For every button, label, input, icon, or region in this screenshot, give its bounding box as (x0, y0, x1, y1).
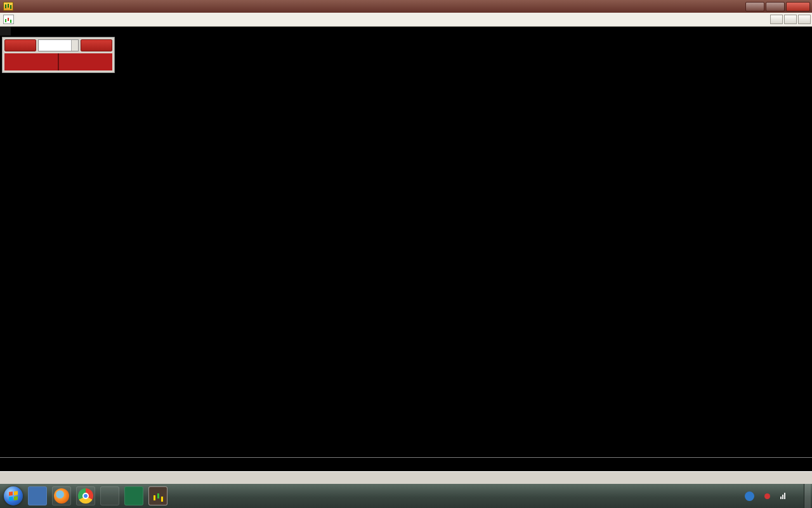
tray-alert-icon[interactable] (764, 493, 770, 499)
buy-button[interactable] (81, 39, 112, 51)
taskbar-firefox-icon[interactable] (52, 486, 71, 505)
time-axis[interactable] (0, 457, 812, 471)
taskbar-ie-icon[interactable] (100, 486, 119, 505)
chrome-glyph (78, 488, 93, 504)
metatrader-glyph (152, 491, 164, 501)
tray-network-icon[interactable] (780, 493, 786, 499)
volume-down-icon[interactable] (72, 46, 78, 51)
child-restore-button[interactable] (784, 15, 797, 24)
bid-price (4, 53, 58, 70)
chart-icon (3, 15, 14, 24)
menu-bar (0, 13, 812, 27)
symbol-tabs (0, 471, 812, 484)
taskbar-chrome-icon[interactable] (76, 486, 95, 505)
close-button[interactable] (786, 2, 810, 11)
windows-logo-icon (9, 491, 18, 500)
taskbar-metatrader-icon[interactable] (148, 486, 167, 505)
taskbar (0, 484, 812, 508)
chart-window (0, 27, 812, 471)
start-button[interactable] (4, 486, 23, 505)
volume-input[interactable] (39, 40, 71, 51)
one-click-trading-panel (2, 37, 115, 73)
title-bar (0, 0, 812, 13)
system-tray (740, 484, 812, 508)
taskbar-excel-icon[interactable] (124, 486, 143, 505)
ask-price (58, 53, 112, 70)
chart-symbol-header[interactable] (0, 27, 11, 36)
app-icon (3, 2, 13, 11)
sell-button[interactable] (4, 39, 36, 51)
minimize-button[interactable] (745, 2, 764, 11)
child-close-button[interactable] (798, 15, 811, 24)
show-desktop-button[interactable] (804, 484, 811, 508)
taskbar-help-icon[interactable] (28, 486, 47, 505)
volume-up-icon[interactable] (72, 40, 78, 46)
volume-box (38, 39, 79, 51)
metatrader-window (0, 0, 812, 508)
maximize-button[interactable] (766, 2, 785, 11)
tray-help-icon[interactable] (745, 491, 754, 501)
child-minimize-button[interactable] (770, 15, 783, 24)
chart-canvas[interactable] (0, 27, 812, 457)
firefox-glyph (54, 488, 69, 504)
